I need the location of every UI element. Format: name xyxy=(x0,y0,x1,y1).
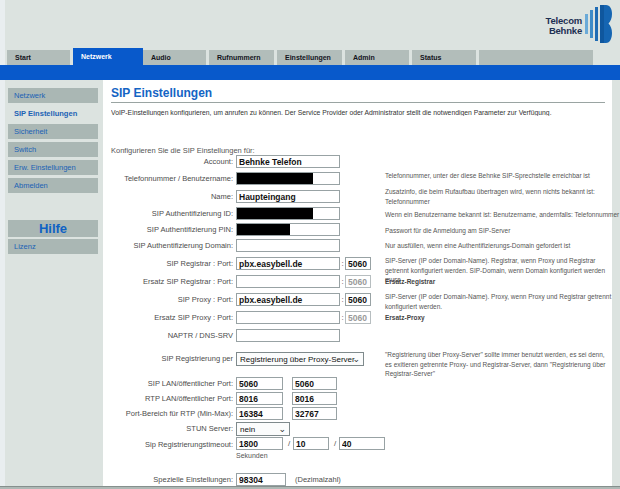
reg-mode-value: Registrierung über Proxy-Server xyxy=(240,355,355,364)
timeout-1-input[interactable] xyxy=(236,437,283,450)
auth-pin-label: SIP Authentifizierung PIN: xyxy=(103,223,233,236)
proxy2-help: Ersatz-Proxy xyxy=(385,313,613,323)
sidebar-item-lizenz[interactable]: Lizenz xyxy=(8,239,98,254)
stun-select[interactable]: nein ⌄ xyxy=(236,422,290,436)
rtp-ports-label: RTP LAN/öffentlicher Port: xyxy=(103,392,233,405)
registrar-label: SIP Registrar : Port: xyxy=(103,257,233,270)
name-label: Name: xyxy=(103,190,233,203)
rtp-range-label: Port-Bereich für RTP (Min-Max): xyxy=(103,407,233,420)
tab-einstellungen[interactable]: Einstellungen xyxy=(277,50,342,65)
rtp-range-min-input[interactable] xyxy=(236,407,283,420)
timeout-slash-1: / xyxy=(286,437,292,450)
registrar-input[interactable] xyxy=(236,257,340,270)
auth-id-help: Wenn ein Benutzername bekannt ist: Benut… xyxy=(385,210,613,220)
main-content: SIP Einstellungen VoIP-Einstellungen kon… xyxy=(103,80,612,486)
registrar-port-input[interactable] xyxy=(345,257,371,270)
tab-netzwerk[interactable]: Netzwerk xyxy=(73,48,143,65)
tab-start[interactable]: Start xyxy=(7,50,70,65)
active-section-bar xyxy=(0,65,620,80)
chevron-down-icon: ⌄ xyxy=(352,353,360,365)
page-title: SIP Einstellungen xyxy=(111,86,212,100)
registrar2-port-input[interactable] xyxy=(345,275,371,288)
timeout-slash-2: / xyxy=(332,437,338,450)
proxy-port-input[interactable] xyxy=(345,293,371,306)
sip-lan-port-input[interactable] xyxy=(236,377,283,390)
account-label: Account: xyxy=(103,155,233,168)
tab-strip-filler xyxy=(479,50,593,65)
special-suffix-label: (Dezimalzahl) xyxy=(295,473,341,486)
redacted-auth-id-value xyxy=(237,208,313,219)
tab-rufnummern[interactable]: Rufnummern xyxy=(209,50,274,65)
behnke-sip-settings-page: Telecom Behnke Start Netzwerk Audio Rufn… xyxy=(0,0,620,489)
reg-mode-label: SIP Registrierung per xyxy=(103,352,233,365)
stun-label: STUN Server: xyxy=(103,422,233,435)
registrar2-input[interactable] xyxy=(236,275,340,288)
telecom-behnke-b-logo-icon xyxy=(585,5,612,43)
registrar2-label: Ersatz SIP Registrar : Port: xyxy=(103,275,233,288)
sip-public-port-input[interactable] xyxy=(292,377,337,390)
name-input[interactable] xyxy=(236,190,340,203)
naptr-input[interactable] xyxy=(236,329,340,342)
rtp-lan-port-input[interactable] xyxy=(236,392,283,405)
special-label: Spezielle Einstellungen: xyxy=(103,473,233,486)
stun-value: nein xyxy=(240,425,255,434)
proxy2-port-input[interactable] xyxy=(345,311,371,324)
sidebar-item-switch[interactable]: Switch xyxy=(8,142,98,157)
timeout-label: Sip Registrierungstimeout: xyxy=(103,440,233,450)
naptr-label: NAPTR / DNS-SRV xyxy=(103,329,233,342)
proxy-input[interactable] xyxy=(236,293,340,306)
brand-logo: Telecom Behnke xyxy=(497,5,612,47)
proxy2-label: Ersatz SIP Proxy : Port: xyxy=(103,311,233,324)
rtp-public-port-input[interactable] xyxy=(292,392,337,405)
brand-name: Telecom Behnke xyxy=(546,16,582,35)
reg-mode-help: "Registrierung über Proxy-Server" sollte… xyxy=(385,350,613,379)
tab-status[interactable]: Status xyxy=(412,50,476,65)
proxy2-input[interactable] xyxy=(236,311,340,324)
special-settings-input[interactable] xyxy=(236,473,286,486)
sidebar-item-sicherheit[interactable]: Sicherheit xyxy=(8,124,98,139)
sidebar-help-heading: Hilfe xyxy=(8,220,98,237)
auth-domain-label: SIP Authentifizierung Domain: xyxy=(103,239,233,252)
redacted-phone-value xyxy=(237,173,313,184)
auth-pin-help: Passwort für die Anmeldung am SIP-Server xyxy=(385,226,613,236)
sidebar-item-erw-einstellungen[interactable]: Erw. Einstellungen xyxy=(8,160,98,175)
auth-id-label: SIP Authentifizierung ID: xyxy=(103,207,233,220)
sip-ports-label: SIP LAN/öffentlicher Port: xyxy=(103,377,233,390)
intro-text: VoIP-Einstellungen konfigurieren, um anr… xyxy=(111,109,609,116)
sidebar-item-abmelden[interactable]: Abmelden xyxy=(8,178,98,193)
auth-domain-help: Nur ausfüllen, wenn eine Authentifizieru… xyxy=(385,241,613,251)
title-divider xyxy=(111,102,605,103)
phone-help: Telefonnummer, unter der diese Behnke SI… xyxy=(385,171,613,181)
tab-admin[interactable]: Admin xyxy=(345,50,409,65)
section-label: Konfigurieren Sie die SIP Einstellungen … xyxy=(111,146,255,155)
timeout-unit-label: Sekunden xyxy=(236,452,268,459)
redacted-auth-pin-value xyxy=(237,224,290,235)
reg-mode-select[interactable]: Registrierung über Proxy-Server ⌄ xyxy=(236,352,364,366)
auth-domain-input[interactable] xyxy=(236,239,340,252)
sidebar-item-sip-einstellungen[interactable]: SIP Einstellungen xyxy=(8,106,98,121)
sidebar-item-netzwerk[interactable]: Netzwerk xyxy=(8,88,98,103)
rtp-range-max-input[interactable] xyxy=(292,407,337,420)
brand-line2: Behnke xyxy=(546,26,582,36)
tab-audio[interactable]: Audio xyxy=(143,50,206,65)
phone-label: Telefonnummer / Benutzername: xyxy=(103,172,233,185)
chevron-down-icon: ⌄ xyxy=(278,423,286,435)
timeout-3-input[interactable] xyxy=(339,437,385,450)
proxy-label: SIP Proxy : Port: xyxy=(103,293,233,306)
timeout-2-input[interactable] xyxy=(293,437,329,450)
name-help: Zusatzinfo, die beim Rufaufbau übertrage… xyxy=(385,187,613,206)
proxy-help: SIP-Server (IP oder Domain-Name). Proxy,… xyxy=(385,292,613,311)
registrar2-help: Ersatz-Registrar xyxy=(385,277,613,287)
account-input[interactable] xyxy=(236,155,340,168)
